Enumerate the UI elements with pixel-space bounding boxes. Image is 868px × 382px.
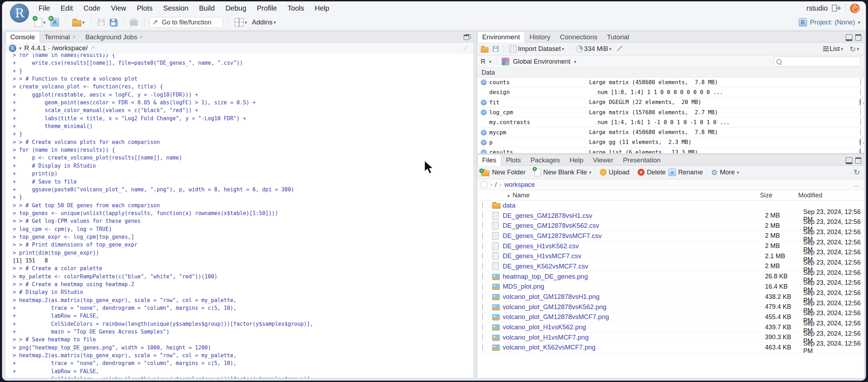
file-checkbox[interactable] — [482, 212, 483, 219]
files-tab[interactable]: Plots — [501, 155, 526, 165]
goto-file-function-input[interactable]: Go to file/function — [149, 17, 223, 28]
file-name-link[interactable]: DE_genes_H1vsMCF7.csv — [503, 252, 765, 260]
files-tab[interactable]: Presentation — [618, 155, 666, 165]
menu-item[interactable]: Build — [194, 1, 220, 15]
addins-button[interactable]: Addins▾ — [251, 17, 278, 27]
rename-button[interactable]: a Rename — [668, 168, 703, 176]
path-more-icon[interactable]: … — [853, 181, 860, 189]
more-button[interactable]: ⚙ More ▾ — [711, 168, 739, 176]
file-row[interactable]: volcano_plot_K562vsMCF7.png 463.4 KB Sep… — [477, 343, 864, 353]
file-name-link[interactable]: volcano_plot_K562vsMCF7.png — [503, 343, 765, 351]
menu-item[interactable]: View — [106, 1, 132, 15]
close-icon[interactable]: × — [73, 34, 76, 40]
object-action-button[interactable] — [860, 89, 861, 95]
list-view-button[interactable]: List ▾ — [822, 44, 845, 54]
file-checkbox[interactable] — [482, 263, 483, 270]
global-environment-selector[interactable]: Global Environment — [513, 58, 570, 65]
file-name-link[interactable]: volcano_plot_GM12878vsH1.png — [503, 293, 765, 301]
open-directory-icon[interactable] — [91, 46, 96, 51]
save-workspace-icon[interactable] — [493, 46, 499, 52]
project-selector[interactable]: R Project: (None) ▾ — [799, 18, 860, 27]
chevron-down-icon[interactable]: ▾ — [574, 59, 576, 64]
object-action-button[interactable] — [860, 99, 861, 105]
save-all-button[interactable] — [108, 18, 118, 27]
environment-object-row[interactable]: ▸ log_cpm Large matrix (157680 elements,… — [477, 108, 864, 117]
breadcrumb-folder[interactable]: workspace — [504, 181, 535, 189]
environment-object-row[interactable]: ▸ design num [1:8, 1:4] 1 1 0 0 0 0 0 0 … — [477, 87, 864, 97]
file-checkbox[interactable] — [482, 334, 483, 341]
open-file-button[interactable]: ▾ — [71, 17, 86, 28]
file-checkbox[interactable] — [482, 253, 483, 259]
environment-tab[interactable]: Tutorial — [602, 32, 634, 42]
maximize-icon[interactable] — [855, 34, 861, 41]
new-file-button[interactable]: ▾ — [33, 17, 47, 28]
file-name-link[interactable]: DE_genes_GM12878vsH1.csv — [503, 212, 765, 220]
select-all-checkbox[interactable] — [481, 181, 487, 188]
file-name-link[interactable]: DE_genes_GM12878vsK562.csv — [503, 222, 765, 230]
environment-tab[interactable]: Connections — [555, 32, 603, 42]
menu-item[interactable]: Debug — [220, 1, 252, 15]
environment-tab[interactable]: History — [525, 32, 555, 42]
print-button[interactable] — [129, 18, 139, 27]
console-tab[interactable]: Background Jobs × — [81, 32, 148, 42]
files-tab[interactable]: Files — [477, 155, 501, 166]
chevron-down-icon[interactable]: ▾ — [489, 59, 491, 64]
file-name-link[interactable]: data — [503, 202, 765, 209]
menu-item[interactable]: File — [33, 1, 55, 15]
power-icon[interactable] — [850, 4, 860, 13]
menu-item[interactable]: Profile — [252, 1, 282, 15]
environment-tab[interactable]: Environment — [477, 32, 525, 42]
clear-console-broom-icon[interactable] — [462, 45, 469, 52]
chevron-down-icon[interactable]: ▾ — [19, 46, 22, 51]
file-name-link[interactable]: MDS_plot.png — [503, 283, 765, 290]
save-button[interactable] — [96, 18, 106, 27]
menu-item[interactable]: Help — [309, 1, 335, 15]
object-action-button[interactable] — [860, 129, 861, 135]
environment-object-row[interactable]: ▸ counts Large matrix (458680 elements, … — [477, 77, 864, 87]
files-refresh-button[interactable]: ↻ — [853, 168, 860, 176]
file-checkbox[interactable] — [482, 232, 483, 239]
expand-arrow-icon[interactable]: ▸ — [481, 99, 487, 105]
environment-object-row[interactable]: ▸ mycpm Large matrix (458680 elements, 7… — [477, 127, 864, 137]
console-tab[interactable]: Terminal × — [40, 32, 81, 42]
environment-object-row[interactable]: ▸ my.contrasts num [1:4, 1:6] 1 -1 0 0 1… — [477, 117, 864, 127]
new-blank-file-button[interactable]: New Blank File ▾ — [534, 168, 592, 177]
console-output[interactable]: > for (name in names(results)) {+ write.… — [5, 54, 474, 378]
language-selector[interactable]: R — [481, 58, 485, 65]
file-name-link[interactable]: volcano_plot_H1vsK562.png — [503, 323, 765, 331]
expand-arrow-icon[interactable]: ▸ — [481, 139, 487, 145]
file-checkbox[interactable] — [482, 222, 483, 229]
file-checkbox[interactable] — [482, 303, 483, 310]
object-action-button[interactable] — [860, 149, 861, 154]
column-header-size[interactable]: Size — [760, 192, 798, 199]
close-icon[interactable]: × — [140, 34, 143, 40]
column-header-modified[interactable]: Modified — [798, 192, 864, 199]
sign-out-icon[interactable] — [832, 5, 841, 12]
console-tab[interactable]: Console × — [5, 32, 40, 42]
file-checkbox[interactable] — [482, 313, 483, 320]
memory-usage-button[interactable]: 334 MiB ▾ — [575, 44, 613, 54]
menu-item[interactable]: Code — [78, 1, 106, 15]
menu-item[interactable]: Edit — [55, 1, 78, 15]
menu-item[interactable]: Session — [158, 1, 194, 15]
pane-layout-button[interactable]: ▾ — [233, 17, 249, 28]
file-name-link[interactable]: DE_genes_H1vsK562.csv — [503, 242, 765, 250]
object-action-button[interactable] — [860, 79, 861, 85]
environment-search-input[interactable] — [773, 57, 861, 66]
files-tab[interactable]: Help — [565, 155, 588, 165]
environment-object-row[interactable]: ▸ p Large gg (11 elements, 2.3 MB) — [477, 138, 864, 147]
environment-object-row[interactable]: ▸ results Large list (6 elements, 13.3 M… — [477, 147, 864, 154]
file-checkbox[interactable] — [482, 344, 483, 351]
clear-environment-broom-icon[interactable] — [616, 45, 623, 53]
refresh-button[interactable]: ↻▾ — [848, 44, 861, 54]
file-checkbox[interactable] — [482, 202, 483, 209]
file-checkbox[interactable] — [482, 283, 483, 290]
file-name-link[interactable]: volcano_plot_H1vsMCF7.png — [503, 334, 765, 341]
file-checkbox[interactable] — [482, 293, 483, 300]
file-name-link[interactable]: volcano_plot_GM12878vsMCF7.png — [503, 313, 765, 321]
import-dataset-button[interactable]: Import Dataset ▾ — [508, 44, 566, 54]
breadcrumb-root[interactable]: / — [495, 181, 497, 189]
column-header-name[interactable]: ▲ Name — [477, 192, 760, 199]
delete-button[interactable]: × Delete — [638, 168, 666, 176]
files-tab[interactable]: Viewer — [588, 155, 618, 165]
